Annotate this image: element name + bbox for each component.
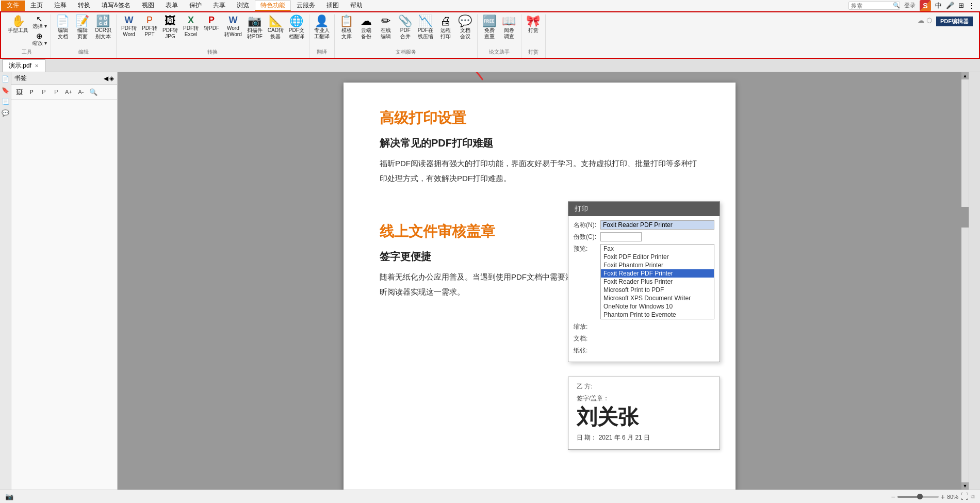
snapshot-icon[interactable]: 📷 bbox=[5, 493, 13, 500]
login-button[interactable]: 登录 bbox=[904, 2, 916, 9]
template-button[interactable]: 📋 模板文库 bbox=[337, 14, 356, 41]
menu-item-plugin[interactable]: 插图 bbox=[321, 1, 345, 11]
bm-expand-icon[interactable]: ◀ bbox=[104, 75, 108, 82]
pdf-to-word-button[interactable]: W PDF转Word bbox=[119, 14, 139, 39]
meeting-icon: 💬 bbox=[458, 15, 472, 27]
printer-foxit-editor[interactable]: Foxit PDF Editor Printer bbox=[601, 253, 714, 261]
pdf-to-ppt-button[interactable]: P PDF转PPT bbox=[139, 14, 160, 39]
pdf-translate-button[interactable]: 🌐 PDF文档翻译 bbox=[286, 14, 307, 41]
print-copies-label: 份数(C): bbox=[574, 232, 600, 241]
bm-font-up-btn[interactable]: A+ bbox=[63, 86, 74, 98]
bm-font-down-btn[interactable]: A- bbox=[75, 86, 87, 98]
free-check-button[interactable]: 🆓 免费查重 bbox=[480, 14, 499, 41]
zoom-slider[interactable] bbox=[897, 496, 939, 498]
print-dialog: 打印 名称(N): Foxit Reader PDF Printer 份数(C)… bbox=[568, 201, 720, 362]
remote-print-button[interactable]: 🖨 远程打印 bbox=[436, 14, 455, 41]
cloud-backup-button[interactable]: ☁ 云端备份 bbox=[356, 14, 376, 41]
zoom-plus-button[interactable]: + bbox=[941, 493, 945, 501]
zoom-minus-button[interactable]: − bbox=[891, 493, 895, 501]
print-printer-list[interactable]: Fax Foxit PDF Editor Printer Foxit Phant… bbox=[600, 244, 714, 319]
cad-button[interactable]: 📐 CAD转换器 bbox=[265, 14, 286, 41]
bm-p1-btn[interactable]: P bbox=[26, 86, 37, 98]
printer-fax[interactable]: Fax bbox=[601, 245, 714, 253]
bookmark-toggle-icon[interactable]: 🔖 bbox=[1, 86, 10, 95]
tab-demo-pdf[interactable]: 演示.pdf ✕ bbox=[2, 59, 45, 72]
edit-doc-button[interactable]: 📄 编辑文档 bbox=[53, 14, 73, 41]
printer-foxit-phantom[interactable]: Foxit Phantom Printer bbox=[601, 261, 714, 269]
menu-item-view[interactable]: 视图 bbox=[136, 1, 160, 11]
menu-item-cloud[interactable]: 云服务 bbox=[291, 1, 321, 11]
reward-icon: 🎀 bbox=[526, 15, 540, 27]
menu-item-sign[interactable]: 填写&签名 bbox=[96, 1, 136, 11]
comment-icon[interactable]: 💬 bbox=[1, 108, 10, 118]
bm-search-btn[interactable]: 🔍 bbox=[88, 86, 99, 98]
bm-pin-icon[interactable]: ◈ bbox=[109, 75, 114, 82]
document-viewer[interactable]: 高级打印设置 解决常见的PDF打印难题 福昕PDF阅读器拥有强大的打印功能，界面… bbox=[118, 72, 961, 490]
search-input[interactable] bbox=[848, 2, 900, 10]
printer-ms-pdf[interactable]: Microsoft Print to PDF bbox=[601, 286, 714, 294]
thumbnail-icon[interactable]: 📄 bbox=[1, 74, 10, 84]
pdf-compress-button[interactable]: 📉 PDF在线压缩 bbox=[415, 14, 436, 41]
printer-foxit-reader[interactable]: Foxit Reader PDF Printer bbox=[601, 269, 714, 278]
pdf-merge-button[interactable]: 📎 PDF合并 bbox=[396, 14, 415, 41]
menu-item-comment[interactable]: 注释 bbox=[48, 1, 72, 11]
menu-item-share[interactable]: 共享 bbox=[207, 1, 231, 11]
zoom-button[interactable]: ⊕ 缩放 ▾ bbox=[31, 31, 48, 47]
bm-p2-btn[interactable]: P bbox=[38, 86, 50, 98]
menu-item-protect[interactable]: 保护 bbox=[184, 1, 207, 11]
pdf-to-ppt-icon: P bbox=[146, 15, 153, 25]
word-to-word-button[interactable]: W Word转Word bbox=[222, 14, 244, 39]
zoom-value: 80% bbox=[947, 494, 958, 500]
expand-button[interactable]: ⛶ bbox=[960, 492, 969, 501]
print-doc-label: 文档: bbox=[574, 334, 600, 343]
reward-button[interactable]: 🎀 打赏 bbox=[524, 14, 543, 35]
ocr-button[interactable]: 🔡 OCR识别文本 bbox=[92, 14, 114, 41]
tab-close-button[interactable]: ✕ bbox=[35, 63, 39, 69]
menu-item-file[interactable]: 文件 bbox=[1, 1, 25, 11]
printer-phantom-evernote[interactable]: Phantom Print to Evernote bbox=[601, 311, 714, 319]
section-print: 高级打印设置 解决常见的PDF打印难题 福昕PDF阅读器拥有强大的打印功能，界面… bbox=[380, 108, 699, 186]
section1-body: 福昕PDF阅读器拥有强大的打印功能，界面友好易于学习。支持虚拟打印、批量打印等多… bbox=[380, 156, 699, 186]
to-pdf-button[interactable]: P 转PDF bbox=[201, 14, 222, 33]
online-edit-button[interactable]: ✏ 在线编辑 bbox=[376, 14, 396, 41]
zoom-fill bbox=[897, 496, 918, 498]
status-bar: 📷 − + 80% ⛶ ⧉ bbox=[0, 490, 980, 503]
menu-item-special[interactable]: 特色功能 bbox=[255, 1, 291, 11]
pdf-to-jpg-button[interactable]: 🖼 PDF转JPG bbox=[160, 14, 181, 41]
print-copies-value[interactable] bbox=[600, 232, 714, 241]
handtool-button[interactable]: ✋ 手型工具 bbox=[5, 14, 31, 35]
select-button[interactable]: ↖ 选择 ▾ bbox=[31, 14, 48, 30]
menu-item-convert[interactable]: 转换 bbox=[72, 1, 96, 11]
print-dialog-title: 打印 bbox=[568, 202, 720, 216]
printer-ms-xps[interactable]: Microsoft XPS Document Writer bbox=[601, 294, 714, 302]
edit-page-button[interactable]: 📝 编辑页面 bbox=[73, 14, 92, 41]
main-content: 📄 🔖 📃 💬 书签 ◀ ◈ 🖼 P P P A+ A- 🔍 bbox=[0, 72, 980, 490]
page-icon[interactable]: 📃 bbox=[1, 97, 10, 106]
printer-list[interactable]: Fax Foxit PDF Editor Printer Foxit Phant… bbox=[600, 244, 714, 319]
cad-icon: 📐 bbox=[269, 15, 283, 27]
reading-survey-button[interactable]: 📖 阅卷调查 bbox=[499, 14, 519, 41]
menu-item-help[interactable]: 帮助 bbox=[345, 1, 368, 11]
vertical-scrollbar[interactable]: ▲ ▼ bbox=[961, 72, 969, 490]
print-name-value[interactable]: Foxit Reader PDF Printer bbox=[600, 220, 714, 230]
remote-print-icon: 🖨 bbox=[440, 15, 451, 27]
status-left: 📷 bbox=[5, 493, 13, 500]
bm-thumbnail-btn[interactable]: 🖼 bbox=[13, 86, 25, 98]
bm-p3-btn[interactable]: P bbox=[51, 86, 62, 98]
print-preview-label: 预览: bbox=[574, 244, 600, 253]
pdf-to-excel-button[interactable]: X PDF转Excel bbox=[181, 14, 201, 39]
scan-to-pdf-button[interactable]: 📷 扫描件转PDF bbox=[244, 14, 265, 41]
menu-item-home[interactable]: 主页 bbox=[25, 1, 48, 11]
menu-item-browse[interactable]: 浏览 bbox=[231, 1, 255, 11]
printer-onenote[interactable]: OneNote for Windows 10 bbox=[601, 302, 714, 311]
edit-page-icon: 📝 bbox=[75, 15, 89, 27]
print-name-input[interactable]: Foxit Reader PDF Printer bbox=[600, 220, 714, 230]
doc-meeting-button[interactable]: 💬 文档会议 bbox=[455, 14, 475, 41]
pro-translate-button[interactable]: 👤 专业人工翻译 bbox=[312, 14, 332, 41]
printer-foxit-plus[interactable]: Foxit Reader Plus Printer bbox=[601, 278, 714, 286]
pdf-merge-icon: 📎 bbox=[398, 15, 412, 27]
menu-item-form[interactable]: 表单 bbox=[160, 1, 184, 11]
print-zoom-row: 缩放: bbox=[574, 322, 714, 331]
zoom-knob[interactable] bbox=[917, 494, 923, 499]
ribbon-group-convert: W PDF转Word P PDF转PPT 🖼 PDF转JPG X PDF转Exc… bbox=[117, 14, 309, 58]
